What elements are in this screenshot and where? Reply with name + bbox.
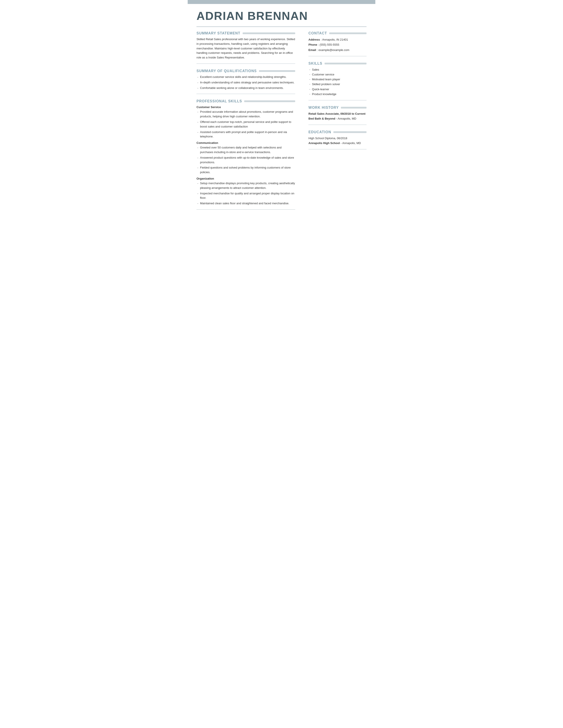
contact-phone: Phone : (555) 555-5555: [309, 42, 367, 47]
list-item: Product knowledge: [309, 92, 367, 97]
skills-list: Sales Customer service Motivated team pl…: [309, 67, 367, 97]
list-item: Setup merchandise displays promoting key…: [196, 181, 295, 190]
school-separator: -: [340, 141, 342, 145]
phone-value: (555) 555-5555: [320, 43, 339, 46]
candidate-name: ADRIAN BRENNAN: [196, 9, 367, 23]
skills-title: SKILLS: [309, 62, 367, 66]
skills-divider: [309, 100, 367, 100]
education-title: EDUCATION: [309, 130, 367, 134]
list-item: Provided accurate information about prom…: [196, 110, 295, 119]
qualifications-divider: [196, 94, 295, 94]
degree: High School Diploma, 06/2018: [309, 136, 367, 141]
work-history-divider: [309, 125, 367, 125]
skill-category-organization: Organization: [196, 177, 295, 180]
skill-category-communication: Communication: [196, 141, 295, 144]
list-item: Customer service: [309, 72, 367, 77]
professional-skills-divider: [196, 209, 295, 210]
list-item: Comfortable working alone or collaborati…: [196, 86, 295, 90]
professional-skills-title: PROFESSIONAL SKILLS: [196, 99, 295, 103]
work-history-title: WORK HISTORY: [309, 106, 367, 110]
school-location-value: Annapolis, MD: [342, 141, 361, 145]
organization-list: Setup merchandise displays promoting key…: [196, 181, 295, 206]
skills-section: SKILLS Sales Customer service Motivated …: [309, 62, 367, 100]
list-item: Maintained clean sales floor and straigh…: [196, 201, 295, 206]
qualifications-list: Excellent customer service skills and re…: [196, 75, 295, 90]
job-location: Annapolis, MD: [338, 117, 356, 120]
summary-statement-section: SUMMARY STATEMENT Skilled Retail Sales p…: [196, 31, 295, 64]
header: ADRIAN BRENNAN: [188, 4, 375, 25]
professional-skills-section: PROFESSIONAL SKILLS Customer Service Pro…: [196, 99, 295, 210]
education-divider: [309, 149, 367, 149]
skill-category-customer-service: Customer Service: [196, 105, 295, 109]
left-column: SUMMARY STATEMENT Skilled Retail Sales p…: [196, 27, 304, 215]
communication-list: Greeted over 50 customers daily and help…: [196, 145, 295, 175]
company-separator: -: [335, 117, 338, 120]
work-history-section: WORK HISTORY Retail Sales Associate, 09/…: [309, 106, 367, 125]
contact-section: CONTACT Address : Annapolis, IN 21401 Ph…: [309, 31, 367, 56]
contact-email: Email : example@example.com: [309, 47, 367, 53]
job-title: Retail Sales Associate, 09/2018 to Curre…: [309, 111, 367, 116]
contact-divider: [309, 56, 367, 56]
list-item: Inspected merchandise for quality and ar…: [196, 191, 295, 201]
qualifications-title: SUMMARY OF QUALIFICATIONS: [196, 69, 295, 73]
main-content: SUMMARY STATEMENT Skilled Retail Sales p…: [188, 27, 375, 215]
email-label: Email: [309, 48, 316, 52]
list-item: Greeted over 50 customers daily and help…: [196, 145, 295, 155]
list-item: Quick-learner: [309, 87, 367, 92]
edu-entry: High School Diploma, 06/2018 Annapolis H…: [309, 136, 367, 146]
list-item: Assisted customers with prompt and polit…: [196, 130, 295, 139]
summary-statement-text: Skilled Retail Sales professional with t…: [196, 37, 295, 60]
phone-label: Phone: [309, 43, 317, 46]
list-item: In-depth understanding of sales strategy…: [196, 80, 295, 85]
contact-address: Address : Annapolis, IN 21401: [309, 37, 367, 42]
customer-service-list: Provided accurate information about prom…: [196, 110, 295, 139]
summary-statement-title: SUMMARY STATEMENT: [196, 31, 295, 35]
company-name: Bed Bath & Beyond: [309, 117, 335, 120]
list-item: Offered each customer top-notch, persona…: [196, 120, 295, 129]
school-name: Annapolis High School: [309, 141, 340, 145]
company-location: Bed Bath & Beyond - Annapolis, MD: [309, 116, 367, 121]
education-section: EDUCATION High School Diploma, 06/2018 A…: [309, 130, 367, 149]
list-item: Answered product questions with up-to-da…: [196, 156, 295, 165]
work-entry: Retail Sales Associate, 09/2018 to Curre…: [309, 111, 367, 121]
list-item: Fielded questions and solved problems by…: [196, 165, 295, 175]
address-label: Address: [309, 38, 320, 41]
top-bar: [188, 0, 375, 4]
list-item: Excellent customer service skills and re…: [196, 75, 295, 79]
school-location: Annapolis High School - Annapolis, MD: [309, 141, 367, 146]
qualifications-section: SUMMARY OF QUALIFICATIONS Excellent cust…: [196, 69, 295, 94]
list-item: Skilled problem solver: [309, 82, 367, 87]
right-column: CONTACT Address : Annapolis, IN 21401 Ph…: [304, 27, 367, 215]
list-item: Sales: [309, 67, 367, 72]
list-item: Motivated team player: [309, 77, 367, 82]
address-value: Annapolis, IN 21401: [322, 38, 348, 41]
email-value: example@example.com: [319, 48, 350, 52]
contact-title: CONTACT: [309, 31, 367, 35]
